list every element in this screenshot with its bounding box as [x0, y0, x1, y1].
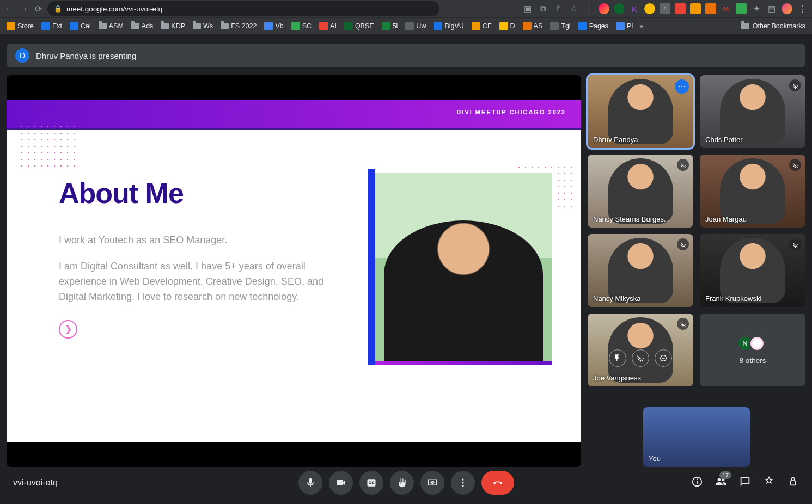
browser-menu-icon[interactable]: ⋮: [797, 3, 808, 14]
star-icon[interactable]: ☆: [568, 3, 579, 14]
bookmark-item[interactable]: Uw: [403, 21, 428, 32]
bottom-bar: vvi-uvoi-etq 17: [0, 462, 812, 504]
presentation-stage[interactable]: DIVI MEETUP CHICAGO 2022 About Me I work…: [7, 75, 581, 467]
meeting-info-button[interactable]: [691, 476, 703, 490]
bookmark-item[interactable]: CF: [469, 21, 494, 32]
mute-person-icon[interactable]: >: [632, 349, 649, 367]
forward-button[interactable]: →: [20, 4, 28, 14]
bookmark-label: SC: [302, 22, 312, 30]
people-button[interactable]: 17: [715, 476, 727, 490]
slide-badge: DIVI MEETUP CHICAGO 2022: [456, 109, 566, 115]
bookmark-label: Store: [17, 22, 34, 30]
youtech-link: Youtech: [99, 235, 133, 245]
raise-hand-button[interactable]: [390, 471, 414, 495]
meet-app: D Dhruv Pandya is presenting DIVI MEETUP…: [0, 34, 812, 504]
ext-icon-5[interactable]: S: [660, 3, 670, 14]
profile-avatar[interactable]: [782, 3, 792, 14]
muted-icon: [789, 238, 801, 250]
open-icon[interactable]: ⧉: [538, 3, 548, 14]
ext-icon-4[interactable]: [644, 3, 655, 14]
bookmark-item[interactable]: BigVU: [431, 21, 466, 32]
bookmark-label: Vb: [275, 22, 283, 30]
chat-button[interactable]: [739, 476, 751, 490]
presenter-avatar: D: [15, 48, 29, 63]
sidepanel-icon[interactable]: ▤: [766, 3, 777, 14]
participant-name: Joan Margau: [705, 215, 747, 223]
participant-tile[interactable]: ⋯Dhruv Pandya: [588, 75, 693, 148]
site-icon: [434, 22, 442, 30]
site-icon: [405, 22, 414, 30]
reload-button[interactable]: ⟳: [35, 4, 42, 14]
ext-icon-1[interactable]: [599, 3, 609, 14]
other-bookmarks-label: Other Bookmarks: [753, 22, 805, 30]
bookmark-item[interactable]: Pages: [576, 21, 610, 32]
participant-tile[interactable]: Chris Potter: [700, 75, 805, 148]
captions-button[interactable]: [359, 471, 383, 495]
svg-rect-6: [697, 479, 698, 480]
ext-icon-8[interactable]: [705, 3, 716, 14]
leave-call-button[interactable]: [481, 471, 514, 495]
bookmark-item[interactable]: Ads: [129, 21, 156, 31]
speaking-indicator-icon: ⋯: [675, 79, 689, 94]
muted-icon: [789, 79, 801, 91]
svg-rect-7: [790, 481, 795, 485]
bookmark-item[interactable]: Pl: [614, 21, 635, 32]
back-button[interactable]: ←: [4, 4, 13, 14]
ext-icon-7[interactable]: [690, 3, 701, 14]
participant-tile[interactable]: Nancy Mikyska: [588, 234, 693, 307]
bookmark-item[interactable]: Store: [4, 21, 36, 32]
presenter-photo: [375, 173, 552, 363]
bookmark-item[interactable]: ASM: [96, 21, 126, 31]
ext-icon-10[interactable]: [736, 3, 747, 14]
site-icon: [616, 22, 625, 30]
host-controls-button[interactable]: [787, 476, 799, 490]
bookmark-label: 5l: [393, 22, 398, 30]
bookmarks-overflow[interactable]: »: [639, 22, 643, 30]
bookmark-item[interactable]: D: [497, 21, 517, 32]
bookmark-label: ASM: [109, 22, 124, 30]
extensions-icon[interactable]: ✦: [751, 3, 762, 14]
people-count-badge: 17: [719, 471, 731, 479]
self-view-tile[interactable]: You: [643, 407, 750, 467]
participant-tile[interactable]: Frank Krupkowski: [700, 234, 805, 307]
site-icon: [264, 22, 273, 30]
activities-button[interactable]: [763, 476, 775, 490]
bookmark-item[interactable]: AS: [521, 21, 545, 32]
participant-tile[interactable]: Joan Margau: [700, 155, 805, 228]
bookmark-item[interactable]: QBSE: [342, 21, 376, 32]
site-icon: [70, 22, 78, 30]
more-options-button[interactable]: [451, 471, 475, 495]
bookmark-item[interactable]: Tgl: [548, 21, 572, 32]
share-icon[interactable]: ⇧: [553, 3, 564, 14]
participant-tile[interactable]: >Joe Vangsness: [588, 314, 693, 386]
microphone-button[interactable]: [298, 471, 322, 495]
bookmark-label: D: [510, 22, 515, 30]
ext-icon-2[interactable]: [614, 3, 625, 14]
participant-tile[interactable]: Nancy Stearns Burges...: [588, 155, 693, 228]
others-avatar: [749, 336, 765, 351]
bookmark-item[interactable]: 5l: [380, 21, 400, 32]
bookmark-item[interactable]: Ext: [39, 21, 64, 32]
ext-icon-9[interactable]: M: [721, 3, 731, 14]
others-tile[interactable]: N8 others: [700, 314, 805, 386]
camera-button[interactable]: [329, 471, 353, 495]
participant-name: Nancy Stearns Burges...: [593, 215, 670, 223]
bookmark-item[interactable]: KDP: [158, 21, 187, 31]
bookmark-item[interactable]: SC: [289, 21, 314, 32]
remove-icon[interactable]: [655, 349, 672, 367]
address-bar[interactable]: 🔒 meet.google.com/vvi-uvoi-etq: [47, 1, 439, 16]
bookmark-item[interactable]: Vb: [262, 21, 285, 32]
folder-icon: [741, 23, 749, 29]
bookmark-item[interactable]: Cal: [68, 21, 93, 32]
other-bookmarks[interactable]: Other Bookmarks: [739, 21, 808, 31]
ext-icon-3[interactable]: K: [629, 3, 640, 14]
pin-icon[interactable]: [609, 349, 626, 367]
camera-icon[interactable]: ▣: [522, 3, 533, 14]
bookmark-item[interactable]: Ws: [191, 21, 215, 31]
ext-icon-6[interactable]: [675, 3, 686, 14]
bookmark-item[interactable]: AI: [317, 21, 339, 32]
bookmark-item[interactable]: FS 2022: [218, 21, 259, 31]
present-button[interactable]: [420, 471, 444, 495]
site-icon: [550, 22, 559, 30]
site-icon: [382, 22, 390, 30]
